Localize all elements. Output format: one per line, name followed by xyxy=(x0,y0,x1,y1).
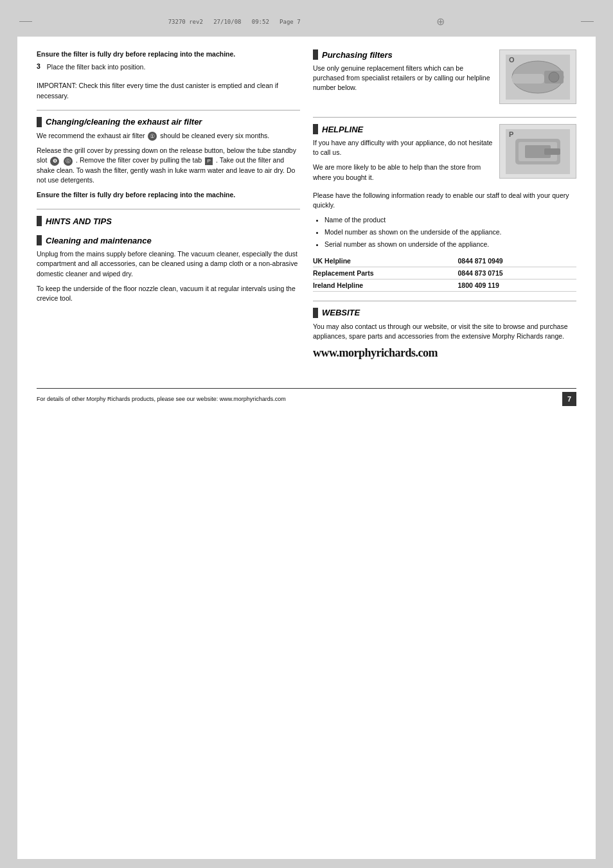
bullet-3: Serial number as shown on underside of t… xyxy=(324,240,576,250)
image-P: P xyxy=(499,124,576,179)
slot-icon-3: ⓪ xyxy=(64,157,73,166)
cleaning-para1: Unplug from the mains supply before clea… xyxy=(37,249,300,279)
helpline-heading-block: HELPLINE If you have any difficulty with… xyxy=(313,124,493,188)
website-bar xyxy=(313,308,318,318)
footer-text: For details of other Morphy Richards pro… xyxy=(37,396,286,402)
slot-icon-2: ❾ xyxy=(50,157,59,166)
svg-rect-10 xyxy=(544,148,560,155)
helpline-number-3: 1800 409 119 xyxy=(458,279,577,291)
page-wrapper: 73270 rev2 27/10/08 09:52 Page 7 ⊕ Ensur… xyxy=(0,0,613,868)
page-number: 7 xyxy=(562,392,576,406)
bullet-1: Name of the product xyxy=(324,215,576,226)
helpline-label-1: UK Helpline xyxy=(313,255,458,267)
website-text: You may also contact us through our webs… xyxy=(313,322,576,341)
cleaning-bar xyxy=(37,235,42,245)
image-P-svg: P xyxy=(506,129,570,174)
image-O: O xyxy=(499,49,576,104)
changing-bold: Ensure the filter is fully dry before re… xyxy=(37,190,300,200)
helpline-label-3: Ireland Helpline xyxy=(313,279,458,291)
hints-heading: HINTS AND TIPS xyxy=(37,216,300,226)
image-O-svg: O xyxy=(506,55,570,100)
svg-rect-3 xyxy=(512,74,544,84)
helpline-table: UK Helpline 0844 871 0949 Replacement Pa… xyxy=(313,255,576,292)
purchasing-text: Use only genuine replacement filters whi… xyxy=(313,64,493,93)
pre-section-bold: Ensure the filter is fully dry before re… xyxy=(37,49,300,59)
doc-header: 73270 rev2 27/10/08 09:52 Page 7 xyxy=(168,19,301,25)
right-column: Purchasing filters Use only genuine repl… xyxy=(313,49,576,369)
bullet-2: Model number as shown on the underside o… xyxy=(324,227,576,238)
tab-icon: P xyxy=(205,157,213,165)
changing-para2: Release the grill cover by pressing down… xyxy=(37,146,300,185)
helpline-bullets: Name of the product Model number as show… xyxy=(313,215,576,249)
page-footer: For details of other Morphy Richards pro… xyxy=(37,388,576,406)
purchasing-row: Purchasing filters Use only genuine repl… xyxy=(313,49,576,111)
helpline-label-2: Replacement Parts xyxy=(313,267,458,279)
left-column: Ensure the filter is fully dry before re… xyxy=(37,49,300,369)
hints-section: HINTS AND TIPS xyxy=(37,216,300,226)
hints-bar xyxy=(37,216,42,226)
website-section: WEBSITE You may also contact us through … xyxy=(313,308,576,360)
helpline-row-2: Replacement Parts 0844 873 0715 xyxy=(313,267,576,279)
heading-bar xyxy=(37,117,42,127)
svg-text:P: P xyxy=(509,130,513,138)
svg-point-4 xyxy=(549,72,559,82)
cleaning-section: Cleaning and maintenance Unplug from the… xyxy=(37,235,300,303)
changing-section: Changing/cleaning the exhaust air filter… xyxy=(37,117,300,200)
helpline-para1: If you have any difficulty with your app… xyxy=(313,138,493,157)
filter-icon-1: ① xyxy=(148,132,157,141)
page: Ensure the filter is fully dry before re… xyxy=(17,37,596,859)
changing-para1: We recommend the exhaust air filter ① sh… xyxy=(37,131,300,141)
cleaning-para2: To keep the underside of the floor nozzl… xyxy=(37,284,300,303)
helpline-row-1: UK Helpline 0844 871 0949 xyxy=(313,255,576,267)
purchasing-block: Purchasing filters Use only genuine repl… xyxy=(313,49,493,111)
purchasing-bar xyxy=(313,49,318,60)
step3-text: Place the filter back into position. xyxy=(47,62,146,72)
helpline-number-2: 0844 873 0715 xyxy=(458,267,577,279)
svg-text:O: O xyxy=(509,56,515,64)
changing-heading: Changing/cleaning the exhaust air filter xyxy=(37,117,300,127)
website-url: www.morphyrichards.com xyxy=(313,346,576,360)
helpline-para2: We are more likely to be able to help th… xyxy=(313,163,493,182)
helpline-content: Please have the following information re… xyxy=(313,191,576,292)
cleaning-heading: Cleaning and maintenance xyxy=(37,235,300,245)
helpline-para3: Please have the following information re… xyxy=(313,191,576,210)
important-text: IMPORTANT: Check this filter every time … xyxy=(37,81,300,100)
helpline-row-3: Ireland Helpline 1800 409 119 xyxy=(313,279,576,291)
helpline-bar xyxy=(313,124,318,134)
purchasing-heading: Purchasing filters xyxy=(313,49,493,60)
step3-row: 3 Place the filter back into position. xyxy=(37,62,300,77)
helpline-heading: HELPLINE xyxy=(313,124,493,134)
helpline-row-header: HELPLINE If you have any difficulty with… xyxy=(313,124,576,188)
step3-number: 3 xyxy=(37,62,40,77)
helpline-number-1: 0844 871 0949 xyxy=(458,255,577,267)
pre-section: Ensure the filter is fully dry before re… xyxy=(37,49,300,101)
website-heading: WEBSITE xyxy=(313,308,576,318)
